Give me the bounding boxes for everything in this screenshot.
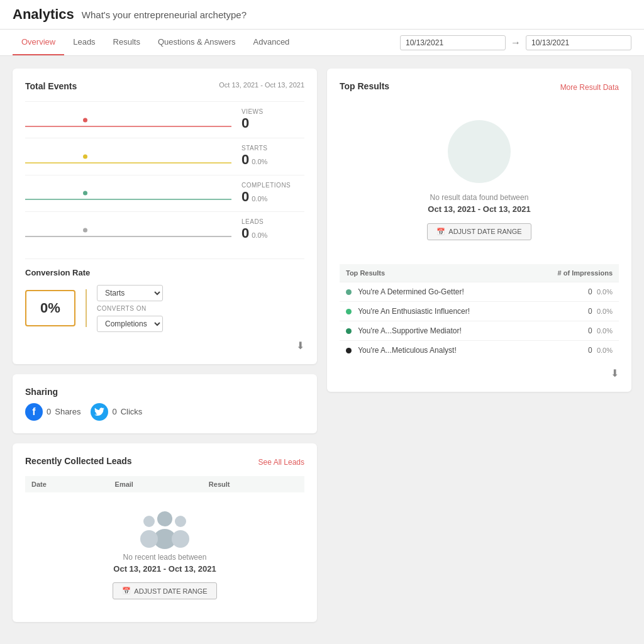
right-column: Top Results More Result Data No result d… xyxy=(327,69,631,622)
result-dot-icon xyxy=(346,328,352,334)
facebook-label: Shares xyxy=(55,407,80,416)
top-results-empty-state: No result data found between Oct 13, 202… xyxy=(340,101,619,259)
sharing-twitter: 0 Clicks xyxy=(91,403,142,421)
tab-overview[interactable]: Overview xyxy=(13,30,64,55)
sharing-title: Sharing xyxy=(25,387,304,397)
metric-label-completions: COMPLETIONS xyxy=(242,182,304,189)
conversion-controls: Starts CONVERTS ON Completions xyxy=(97,285,163,332)
tab-results[interactable]: Results xyxy=(104,30,149,55)
metric-value-starts: 00.0% xyxy=(242,152,304,168)
result-impressions-cell: 0 0.0% xyxy=(526,301,619,321)
results-col-impressions: # of Impressions xyxy=(526,264,619,282)
leads-empty-text: No recent leads between Oct 13, 2021 - O… xyxy=(113,552,216,575)
top-results-adjust-date-button[interactable]: 📅 ADJUST DATE RANGE xyxy=(427,223,531,240)
metric-label-views: VIEWS xyxy=(242,108,304,115)
result-row: You're A...Supportive Mediator! 0 0.0% xyxy=(340,321,619,340)
result-row: You're An Enthusiastic Influencer! 0 0.0… xyxy=(340,301,619,321)
leads-header: Recently Collected Leads See All Leads xyxy=(25,456,304,469)
result-row: You're A...Meticulous Analyst! 0 0.0% xyxy=(340,340,619,360)
leads-title: Recently Collected Leads xyxy=(25,456,132,466)
top-results-title: Top Results xyxy=(340,81,389,91)
date-to-input[interactable] xyxy=(526,35,631,50)
results-col-name: Top Results xyxy=(340,264,526,282)
metric-value-completions: 00.0% xyxy=(242,189,304,205)
result-pct: 0.0% xyxy=(597,308,613,315)
date-arrow-icon: → xyxy=(511,37,521,48)
result-dot-icon xyxy=(346,348,352,353)
conversion-body: 0% Starts CONVERTS ON Completions xyxy=(25,285,304,332)
metric-row-starts: STARTS 00.0% xyxy=(25,138,304,174)
leads-empty-icon xyxy=(136,508,193,552)
top-results-card: Top Results More Result Data No result d… xyxy=(327,69,631,392)
tab-advanced[interactable]: Advanced xyxy=(245,30,299,55)
twitter-icon xyxy=(91,403,108,421)
sharing-card: Sharing f 0 Shares 0 Clicks xyxy=(13,374,317,433)
sharing-body: f 0 Shares 0 Clicks xyxy=(25,403,304,421)
leads-col-email: Email xyxy=(109,476,203,492)
leads-table: Date Email Result xyxy=(25,476,304,492)
result-name-cell: You're An Enthusiastic Influencer! xyxy=(340,301,526,321)
result-count: 0 xyxy=(588,326,592,335)
main-content: Total Events Oct 13, 2021 - Oct 13, 2021… xyxy=(0,56,644,635)
conversion-divider xyxy=(86,289,87,327)
result-dot-icon xyxy=(346,289,352,295)
result-impressions-cell: 0 0.0% xyxy=(526,282,619,301)
result-name-cell: You're A Determined Go-Getter! xyxy=(340,282,526,301)
result-name-cell: You're A...Supportive Mediator! xyxy=(340,321,526,340)
navigation: Overview Leads Results Questions & Answe… xyxy=(0,30,644,56)
result-dot-icon xyxy=(346,309,352,314)
top-results-download-icon[interactable]: ⬇ xyxy=(340,367,619,379)
metric-info-leads: LEADS 00.0% xyxy=(242,218,304,242)
twitter-label: Clicks xyxy=(121,407,143,416)
result-pct: 0.0% xyxy=(597,288,613,296)
tab-questions-answers[interactable]: Questions & Answers xyxy=(149,30,245,55)
result-name: You're An Enthusiastic Influencer! xyxy=(358,307,470,316)
result-pct: 0.0% xyxy=(597,347,613,354)
leads-col-result: Result xyxy=(203,476,304,492)
leads-adjust-date-button[interactable]: 📅 ADJUST DATE RANGE xyxy=(113,582,216,599)
metric-info-completions: COMPLETIONS 00.0% xyxy=(242,182,304,205)
leads-card: Recently Collected Leads See All Leads D… xyxy=(13,443,317,623)
more-result-data-link[interactable]: More Result Data xyxy=(560,83,619,92)
page-title: Analytics xyxy=(13,6,74,23)
calendar-icon-tr: 📅 xyxy=(436,228,445,236)
metric-label-starts: STARTS xyxy=(242,145,304,152)
result-name: You're A Determined Go-Getter! xyxy=(358,287,464,296)
result-pct: 0.0% xyxy=(597,327,613,335)
date-from-input[interactable] xyxy=(400,35,506,50)
conversion-start-select[interactable]: Starts xyxy=(97,285,163,301)
conversion-end-select[interactable]: Completions xyxy=(97,316,163,332)
see-all-leads-link[interactable]: See All Leads xyxy=(258,458,304,467)
results-table: Top Results # of Impressions You're A De… xyxy=(340,264,619,360)
total-events-date: Oct 13, 2021 - Oct 13, 2021 xyxy=(219,81,304,89)
top-results-header: Top Results More Result Data xyxy=(340,81,619,94)
result-impressions-cell: 0 0.0% xyxy=(526,340,619,360)
left-column: Total Events Oct 13, 2021 - Oct 13, 2021… xyxy=(13,69,317,622)
metric-line-completions xyxy=(25,192,231,194)
metric-line-starts xyxy=(25,156,231,157)
metric-row-leads: LEADS 00.0% xyxy=(25,211,304,248)
svg-point-7 xyxy=(140,530,158,548)
metrics-list: VIEWS 0 STARTS 00.0% xyxy=(25,101,304,248)
result-row: You're A Determined Go-Getter! 0 0.0% xyxy=(340,282,619,301)
top-results-empty-circle xyxy=(448,120,511,183)
leads-col-date: Date xyxy=(25,476,109,492)
total-events-download-icon[interactable]: ⬇ xyxy=(25,340,304,352)
result-name-cell: You're A...Meticulous Analyst! xyxy=(340,340,526,360)
converts-on-label: CONVERTS ON xyxy=(97,305,163,312)
result-name: You're A...Supportive Mediator! xyxy=(358,326,462,335)
result-count: 0 xyxy=(588,346,592,355)
metric-info-starts: STARTS 00.0% xyxy=(242,145,304,168)
sharing-facebook: f 0 Shares xyxy=(25,403,80,421)
page-header: Analytics What's your entrepreneurial ar… xyxy=(0,0,644,30)
conversion-value: 0% xyxy=(25,290,75,326)
result-impressions-cell: 0 0.0% xyxy=(526,321,619,340)
calendar-icon: 📅 xyxy=(122,587,131,595)
facebook-icon: f xyxy=(25,403,43,421)
facebook-count: 0 xyxy=(47,407,51,416)
svg-point-8 xyxy=(175,516,186,527)
metric-line-views xyxy=(25,119,231,121)
tab-leads[interactable]: Leads xyxy=(64,30,104,55)
nav-tabs: Overview Leads Results Questions & Answe… xyxy=(13,30,400,55)
svg-point-4 xyxy=(157,511,172,526)
